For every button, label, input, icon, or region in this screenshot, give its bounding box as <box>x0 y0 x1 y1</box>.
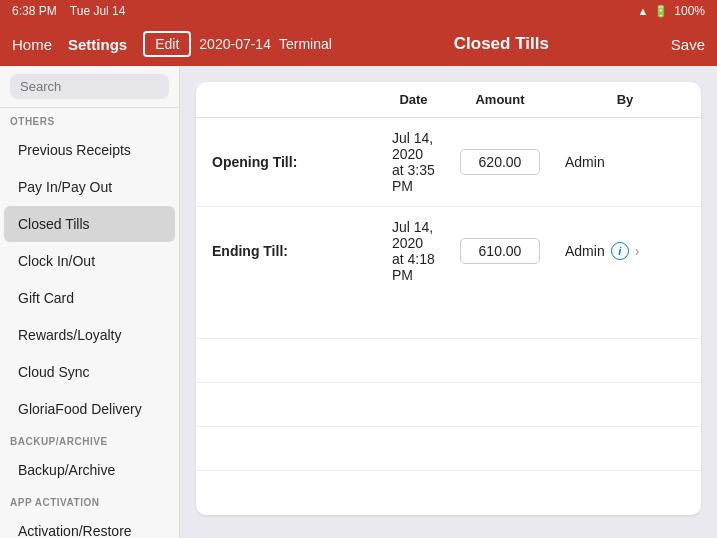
page-title: Closed Tills <box>332 34 671 54</box>
sidebar-item-cloud-sync[interactable]: Cloud Sync <box>4 354 175 390</box>
status-date: Tue Jul 14 <box>70 4 126 18</box>
sidebar: OTHERSPrevious ReceiptsPay In/Pay OutClo… <box>0 66 180 538</box>
save-button[interactable]: Save <box>671 36 705 53</box>
row-amount-0[interactable]: 620.00 <box>460 149 540 175</box>
empty-rows <box>196 295 701 515</box>
col-header-label <box>212 92 392 107</box>
edit-button[interactable]: Edit <box>143 31 191 57</box>
empty-row <box>196 427 701 471</box>
sidebar-item-rewards-loyalty[interactable]: Rewards/Loyalty <box>4 317 175 353</box>
row-amount-cell-0: 620.00 <box>435 149 565 175</box>
row-amount-1[interactable]: 610.00 <box>460 238 540 264</box>
chevron-right-icon-1: › <box>635 243 640 259</box>
row-label-1: Ending Till: <box>212 243 392 259</box>
status-time-date: 6:38 PM Tue Jul 14 <box>12 4 125 18</box>
row-label-0: Opening Till: <box>212 154 392 170</box>
col-header-date: Date <box>392 92 435 107</box>
sidebar-item-pay-in-pay-out[interactable]: Pay In/Pay Out <box>4 169 175 205</box>
home-button[interactable]: Home <box>12 36 52 53</box>
status-indicators: ▲ 🔋 100% <box>637 4 705 18</box>
empty-row <box>196 471 701 515</box>
empty-row <box>196 295 701 339</box>
info-icon-1[interactable]: i <box>611 242 629 260</box>
search-input[interactable] <box>10 74 169 99</box>
col-header-amount: Amount <box>435 92 565 107</box>
row-by-1: Admin i › <box>565 242 685 260</box>
battery-icon: 🔋 <box>654 5 668 18</box>
battery-percent: 100% <box>674 4 705 18</box>
status-time: 6:38 PM <box>12 4 57 18</box>
sidebar-sections: OTHERSPrevious ReceiptsPay In/Pay OutClo… <box>0 108 179 538</box>
sidebar-item-gift-card[interactable]: Gift Card <box>4 280 175 316</box>
main-layout: OTHERSPrevious ReceiptsPay In/Pay OutClo… <box>0 66 717 538</box>
settings-label: Settings <box>68 36 127 53</box>
nav-bar: Home Settings Edit 2020-07-14 Terminal C… <box>0 22 717 66</box>
main-content: Date Amount By Opening Till: Jul 14, 202… <box>180 66 717 538</box>
wifi-icon: ▲ <box>637 5 648 17</box>
empty-row <box>196 383 701 427</box>
row-amount-cell-1: 610.00 <box>435 238 565 264</box>
sidebar-item-gloriafood-delivery[interactable]: GloriaFood Delivery <box>4 391 175 427</box>
sidebar-item-closed-tills[interactable]: Closed Tills <box>4 206 175 242</box>
nav-terminal: Terminal <box>279 36 332 52</box>
sidebar-item-previous-receipts[interactable]: Previous Receipts <box>4 132 175 168</box>
sidebar-item-activation-restore[interactable]: Activation/Restore <box>4 513 175 538</box>
table-rows: Opening Till: Jul 14, 2020 at 3:35 PM 62… <box>196 118 701 295</box>
row-date-0: Jul 14, 2020 at 3:35 PM <box>392 130 435 194</box>
search-bar <box>0 66 179 108</box>
status-bar: 6:38 PM Tue Jul 14 ▲ 🔋 100% <box>0 0 717 22</box>
sidebar-section-header: OTHERS <box>0 108 179 131</box>
nav-date: 2020-07-14 <box>199 36 271 52</box>
row-by-name-1: Admin <box>565 243 605 259</box>
sidebar-item-clock-in-out[interactable]: Clock In/Out <box>4 243 175 279</box>
content-card: Date Amount By Opening Till: Jul 14, 202… <box>196 82 701 515</box>
table-row: Opening Till: Jul 14, 2020 at 3:35 PM 62… <box>196 118 701 207</box>
sidebar-item-backup-archive[interactable]: Backup/Archive <box>4 452 175 488</box>
col-header-by: By <box>565 92 685 107</box>
sidebar-section-header: BACKUP/ARCHIVE <box>0 428 179 451</box>
table-header: Date Amount By <box>196 82 701 118</box>
row-by-name-0: Admin <box>565 154 605 170</box>
row-date-1: Jul 14, 2020 at 4:18 PM <box>392 219 435 283</box>
sidebar-section-header: APP ACTIVATION <box>0 489 179 512</box>
row-by-0: Admin <box>565 154 685 170</box>
table-row: Ending Till: Jul 14, 2020 at 4:18 PM 610… <box>196 207 701 295</box>
empty-row <box>196 339 701 383</box>
